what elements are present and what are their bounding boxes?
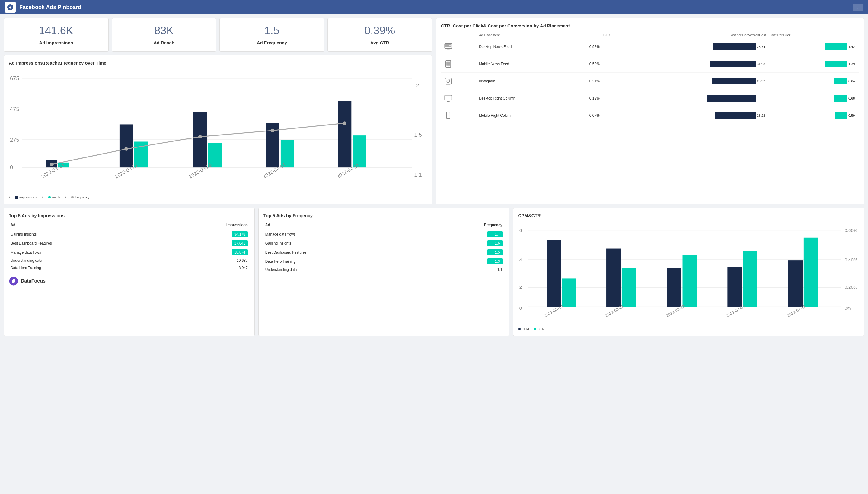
kpi-ad-impressions: 141.6K Ad Impressions	[4, 18, 109, 52]
list-item: Best Dashboard Features27,641	[9, 239, 250, 248]
ad-name: Manage data flows	[263, 229, 425, 239]
menu-button[interactable]: ...	[853, 4, 863, 11]
svg-rect-57	[547, 240, 561, 307]
kpi-frequency-label: Ad Frequency	[224, 40, 319, 45]
ctr-table: Ad Placement CTR Cost per ConversionCost…	[441, 32, 859, 124]
col-ctr: CTR	[577, 32, 612, 38]
placement-name: Desktop Right Column	[477, 90, 577, 107]
legend-reach: reach	[48, 195, 60, 199]
ad-value: 1.1	[425, 266, 504, 273]
frequency-col-val: Frequency	[425, 222, 504, 230]
svg-text:2: 2	[519, 284, 521, 289]
impressions-chart-title: Ad Impressions,Reach&Frequency over Time	[9, 60, 427, 65]
ctr-table-row: Instagram0.21%29.920.64	[441, 73, 859, 90]
svg-text:675: 675	[10, 75, 19, 81]
impressions-chart-legend: ▾ impressions ▾ reach ▾ frequency	[9, 195, 427, 199]
svg-point-24	[271, 129, 274, 132]
ctr-value: 0.21%	[577, 73, 612, 90]
svg-rect-32	[445, 44, 449, 47]
svg-text:475: 475	[10, 106, 19, 112]
svg-text:0: 0	[519, 305, 521, 311]
ad-value: 8,947	[164, 264, 250, 271]
ad-value: 10,687	[164, 257, 250, 264]
svg-text:0%: 0%	[845, 305, 851, 311]
ctr-panel: CTR, Cost per Click& Cost per Conversion…	[436, 18, 864, 204]
placement-icon	[441, 90, 477, 107]
svg-text:6: 6	[519, 228, 521, 233]
placement-name: Instagram	[477, 73, 577, 90]
list-item: Manage data flows1.7	[263, 229, 504, 239]
svg-rect-38	[445, 78, 451, 84]
svg-rect-62	[682, 254, 697, 307]
svg-text:2: 2	[416, 82, 419, 89]
svg-point-23	[198, 135, 202, 138]
ad-name: Best Dashboard Features	[263, 248, 425, 257]
kpi-avg-ctr: 0.39% Avg CTR	[328, 18, 432, 52]
kpi-ad-reach: 83K Ad Reach	[112, 18, 217, 52]
svg-point-37	[448, 66, 448, 67]
datafocus-name: DataFocus	[21, 278, 45, 284]
svg-point-40	[450, 79, 450, 80]
ctr-value: 0.12%	[577, 90, 612, 107]
impressions-chart-svg: 675 475 275 0 2 1.5 1.1	[9, 69, 427, 192]
bottom-row: Top 5 Ads by Impressions Ad Impressions …	[4, 208, 864, 336]
placement-name: Desktop News Feed	[477, 38, 577, 56]
impressions-chart-panel: Ad Impressions,Reach&Frequency over Time…	[4, 55, 432, 204]
placement-name: Mobile Right Column	[477, 107, 577, 124]
legend-frequency: frequency	[71, 195, 89, 199]
kpi-impressions-value: 141.6K	[9, 24, 104, 37]
top-impressions-title: Top 5 Ads by Impressions	[9, 213, 250, 218]
svg-text:275: 275	[10, 137, 19, 143]
list-item: Gaining Insights1.6	[263, 239, 504, 248]
ctr-panel-title: CTR, Cost per Click& Cost per Conversion…	[441, 23, 859, 28]
ad-name: Understanding data	[263, 266, 425, 273]
svg-point-25	[343, 121, 347, 125]
svg-rect-41	[445, 95, 451, 100]
svg-rect-19	[338, 101, 351, 167]
svg-point-21	[50, 163, 54, 166]
svg-point-39	[447, 80, 449, 82]
ad-value: 1.5	[425, 248, 504, 257]
kpi-ctr-value: 0.39%	[333, 24, 427, 37]
legend-ctr: CTR	[534, 327, 544, 331]
top-impressions-panel: Top 5 Ads by Impressions Ad Impressions …	[4, 208, 255, 336]
svg-rect-34	[449, 46, 451, 47]
ad-value: 18,874	[164, 248, 250, 257]
svg-text:0.60%: 0.60%	[845, 228, 857, 233]
svg-rect-65	[788, 260, 802, 307]
ctr-table-row: Mobile Right Column0.07%28.220.59	[441, 107, 859, 124]
svg-text:0.20%: 0.20%	[845, 284, 857, 289]
ad-name: Best Dashboard Features	[9, 239, 164, 248]
svg-rect-20	[352, 135, 366, 167]
svg-rect-64	[743, 251, 757, 307]
svg-text:4: 4	[519, 257, 521, 262]
list-item: Understanding data10,687	[9, 257, 250, 264]
ad-value: 34,178	[164, 229, 250, 239]
frequency-col-ad: Ad	[263, 222, 425, 230]
cpm-ctr-legend: CPM CTR	[518, 327, 859, 331]
ad-value: 1.7	[425, 229, 504, 239]
ad-value: 1.6	[425, 239, 504, 248]
placement-icon	[441, 56, 477, 73]
ctr-table-row: Desktop News Feed0.92%28.741.42	[441, 38, 859, 56]
conv-cost-bar: 28.74	[612, 38, 768, 56]
datafocus-logo: DataFocus	[9, 276, 250, 286]
legend-impressions: impressions	[15, 195, 37, 199]
ad-name: Manage data flows	[9, 248, 164, 257]
ctr-table-row: Mobile News Feed0.52%31.981.39	[441, 56, 859, 73]
svg-rect-15	[193, 112, 207, 167]
ad-name: Understanding data	[9, 257, 164, 264]
placement-name: Mobile News Feed	[477, 56, 577, 73]
ad-name: Data Hero Training	[9, 264, 164, 271]
col-icon	[441, 32, 477, 38]
svg-rect-66	[804, 238, 818, 307]
click-cost-bar: 0.59	[768, 107, 859, 124]
list-item: Data Hero Training1.3	[263, 257, 504, 266]
legend-cpm: CPM	[518, 327, 529, 331]
svg-rect-33	[449, 44, 451, 45]
kpi-frequency-value: 1.5	[224, 24, 319, 37]
svg-rect-59	[606, 248, 621, 307]
col-placement: Ad Placement	[477, 32, 577, 38]
kpi-row: 141.6K Ad Impressions 83K Ad Reach 1.5 A…	[4, 18, 432, 52]
kpi-reach-label: Ad Reach	[117, 40, 211, 45]
